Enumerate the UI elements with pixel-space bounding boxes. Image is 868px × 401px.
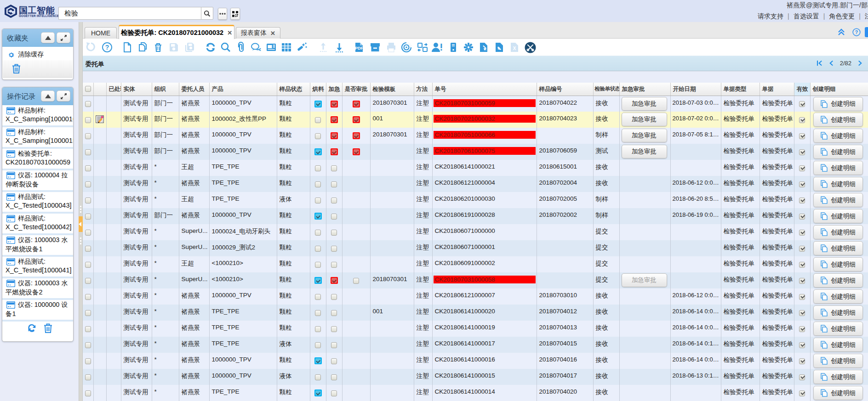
svg-text:PDF: PDF xyxy=(355,46,364,51)
svg-text:?: ? xyxy=(855,29,858,35)
svg-text:?: ? xyxy=(105,44,109,51)
svg-text:X: X xyxy=(513,46,516,51)
